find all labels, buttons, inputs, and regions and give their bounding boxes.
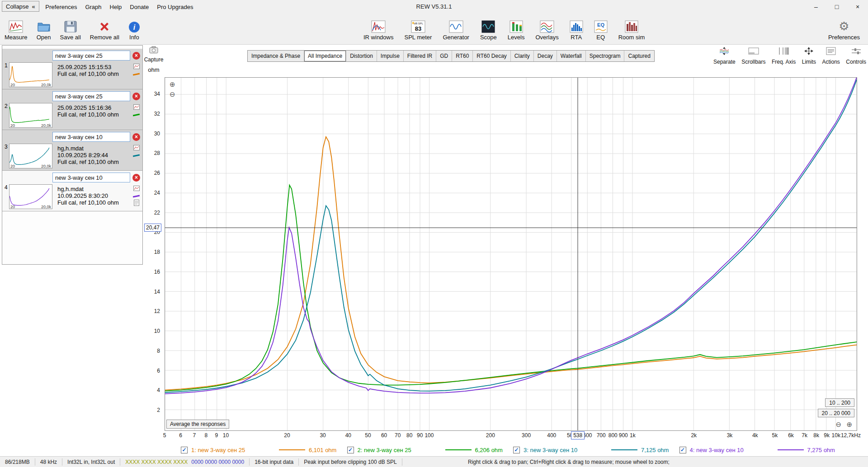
eq-button[interactable]: EQ EQ [592,15,609,42]
menu-donate[interactable]: Donate [126,1,153,13]
measurement-name-input[interactable] [52,173,130,182]
tab-decay[interactable]: Decay [534,51,557,61]
x-tick-label: 700 [597,432,606,439]
maximize-button[interactable]: □ [826,0,847,14]
main-toolbar: Measure Open Save all Remove all i Info … [0,14,868,45]
scope-button[interactable]: Scope [478,15,499,42]
x-tick-label: 20 [284,432,290,439]
minimize-button[interactable]: – [806,0,826,14]
legend-item-1: ✓ 1: new 3-way сен 25 6,101 ohm [181,445,347,455]
tab-gd[interactable]: GD [436,51,452,61]
measurement-item-3[interactable]: × 3 20 20,0k hg,h.mdat 10.09.2025 8:29:4… [2,130,142,171]
thumb-axis-start: 20 [10,83,15,87]
freq-range-10-200-button[interactable]: 10 .. 200 [825,398,854,407]
levels-button[interactable]: Levels [506,15,527,42]
measurement-name-input[interactable] [52,91,130,101]
input-bits-zero: 0000 0000 0000 0000 [191,459,244,465]
trace-2-checkbox[interactable]: ✓ [347,447,354,453]
remove-all-button[interactable]: Remove all [88,15,121,42]
trace-color-icon[interactable] [133,113,140,116]
spl-meter-button[interactable]: dB SPL83 SPL meter [402,15,434,42]
actions-button[interactable]: Actions [822,47,840,65]
freq-axis-button[interactable]: Freq. Axis [772,47,796,65]
delete-measurement-button[interactable]: × [132,93,140,100]
overlays-button[interactable]: Overlays [533,15,560,42]
trace-color-icon[interactable] [133,154,140,157]
tab-rt60-decay[interactable]: RT60 Decay [473,51,510,61]
delete-measurement-button[interactable]: × [132,174,140,182]
rta-icon [570,16,583,33]
tab-distortion[interactable]: Distortion [346,51,377,61]
trace-3-checkbox[interactable]: ✓ [513,447,520,453]
trace-1-label: 1: new 3-way сен 25 [191,447,275,453]
legend-item-2: ✓ 2: new 3-way сен 25 6,206 ohm [347,445,514,455]
tab-impulse[interactable]: Impulse [377,51,404,61]
measurement-item-2[interactable]: × 2 20 20,0k 25.09.2025 15:16:36 Full ca… [2,89,142,130]
zoom-out-icon[interactable]: ⊖ [170,91,175,98]
controls-button[interactable]: Controls [846,47,866,65]
ir-windows-icon [371,16,386,33]
separate-button[interactable]: Separate [713,47,736,65]
room-sim-button[interactable]: Room sim [617,15,647,42]
y-tick-label: 28 [154,150,160,156]
measurement-name-input[interactable] [52,51,130,61]
measurement-thumbnail: 20 20,0k [9,62,52,87]
menu-pro-upgrades[interactable]: Pro Upgrades [153,1,197,13]
measurement-item-1[interactable]: × 1 20 20,0k 25.09.2025 15:15:53 Full ca… [2,49,142,89]
separate-icon [719,47,730,57]
menu-preferences[interactable]: Preferences [41,1,81,13]
scrollbars-button[interactable]: Scrollbars [741,47,765,65]
status-bar: 86/218MB 48 kHz Int32L in, Int32L out XX… [0,456,868,467]
notes-icon[interactable] [134,200,139,208]
preferences-button[interactable]: ⚙ Preferences [826,15,862,42]
ir-windows-button[interactable]: IR windows [362,15,395,42]
zoom-in-icon[interactable]: ⊕ [846,421,852,428]
tab-all-impedance[interactable]: All Impedance [304,51,346,61]
info-button[interactable]: i Info [127,15,142,42]
close-button[interactable]: × [847,0,868,14]
limits-button[interactable]: Limits [802,47,816,65]
y-tick-label: 32 [154,111,160,117]
trace-4-checkbox[interactable]: ✓ [679,447,686,453]
collapse-sidebar-button[interactable]: Collapse « [2,1,39,12]
capture-button[interactable]: Capture [144,46,164,63]
delete-measurement-button[interactable]: × [132,52,140,60]
impedance-chart[interactable]: ⊕ ⊖ Average the responses 10 .. 200 20 .… [165,77,857,431]
x-tick-label: 30 [320,432,326,439]
trace-1-checkbox[interactable]: ✓ [181,447,188,453]
menu-help[interactable]: Help [106,1,126,13]
save-all-button[interactable]: Save all [58,15,83,42]
measure-button[interactable]: Measure [3,15,29,42]
freq-range-20-20000-button[interactable]: 20 .. 20 000 [818,409,854,417]
rta-button[interactable]: RTA [568,15,585,42]
tab-spectrogram[interactable]: Spectrogram [586,51,625,61]
delete-measurement-button[interactable]: × [132,133,140,141]
trace-color-icon[interactable] [133,73,140,75]
zoom-in-icon[interactable]: ⊕ [170,81,175,88]
chart-canvas[interactable] [165,78,857,430]
tab-impedance-phase[interactable]: Impedance & Phase [248,51,304,61]
open-button[interactable]: Open [35,15,53,42]
trace-2-line-sample [445,449,472,450]
menu-graph[interactable]: Graph [81,1,105,13]
mini-graph-icon[interactable] [133,63,140,71]
freq-axis-label: Freq. Axis [772,59,796,65]
tab-waterfall[interactable]: Waterfall [557,51,586,61]
measurement-item-4[interactable]: × 4 20 20,0k hg,h.mdat 10.09.2025 8:30:2… [2,171,142,211]
tab-captured[interactable]: Captured [624,51,654,61]
mini-graph-icon[interactable] [133,144,140,152]
thumb-axis-end: 20,0k [41,164,51,168]
gear-icon: ⚙ [839,16,849,33]
average-responses-button[interactable]: Average the responses [166,420,229,429]
generator-button[interactable]: Generator [441,15,471,42]
measurement-thumbnail: 20 20,0k [9,184,52,209]
tab-rt60[interactable]: RT60 [452,51,473,61]
tab-clarity[interactable]: Clarity [511,51,534,61]
zoom-out-icon[interactable]: ⊖ [835,421,841,428]
trace-color-icon[interactable] [133,195,140,197]
mini-graph-icon[interactable] [133,185,140,193]
mini-graph-icon[interactable] [133,103,140,112]
measurement-name-input[interactable] [52,132,130,142]
levels-icon [509,16,523,33]
tab-filtered-ir[interactable]: Filtered IR [404,51,436,61]
